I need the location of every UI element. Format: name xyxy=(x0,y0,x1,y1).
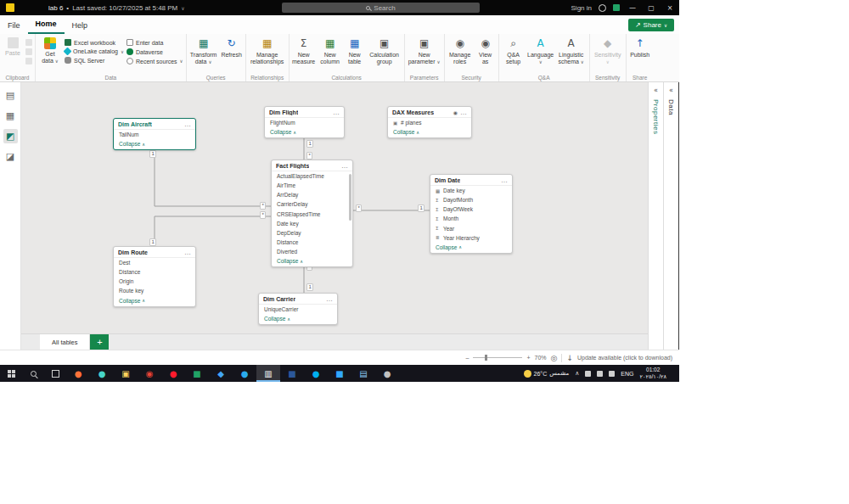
tray-expand-icon[interactable]: ∧ xyxy=(575,370,579,377)
language-indicator[interactable]: ENG xyxy=(621,371,633,377)
model-table-dim-aircraft[interactable]: Dim Aircraft … TailNum Collapse ∧ xyxy=(113,118,196,150)
taskbar-search-button[interactable] xyxy=(22,365,44,382)
chrome-taskbar-icon[interactable]: ◉ xyxy=(138,365,161,382)
more-options-icon[interactable]: … xyxy=(341,164,348,168)
properties-panel-label[interactable]: Properties xyxy=(652,99,660,134)
volume-tray-icon[interactable] xyxy=(609,371,615,377)
green-badge-icon[interactable] xyxy=(613,4,620,11)
pen-tray-icon[interactable] xyxy=(585,371,591,377)
manage-relationships-button[interactable]: ▦ Manage relationships xyxy=(249,36,286,65)
table-view-button[interactable]: ▦ xyxy=(3,109,18,123)
more-options-icon[interactable]: … xyxy=(501,178,508,182)
sensitivity-button[interactable]: ◆ Sensitivity ∨ xyxy=(593,36,623,65)
excel-workbook-button[interactable]: Excel workbook xyxy=(65,39,124,46)
get-data-button[interactable]: Get data ∨ xyxy=(38,36,62,64)
table-field-row[interactable]: ≣Year Hierarchy xyxy=(430,233,512,243)
table-field-row[interactable]: Distance xyxy=(114,267,195,277)
table-field-row[interactable]: ΣDayOfWeek xyxy=(430,204,512,214)
refresh-button[interactable]: ↻ Refresh xyxy=(221,36,243,59)
steam-taskbar-icon[interactable]: ● xyxy=(375,365,399,382)
language-button[interactable]: A Language ∨ xyxy=(528,36,554,65)
chevron-down-icon[interactable]: ∨ xyxy=(181,5,184,11)
table-field-row[interactable]: ΣMonth xyxy=(430,214,512,223)
collapse-link[interactable]: Collapse ∧ xyxy=(272,256,352,266)
all-tables-tab[interactable]: All tables xyxy=(40,334,90,350)
fit-to-screen-icon[interactable]: ◎ xyxy=(551,354,558,362)
dataverse-button[interactable]: Dataverse xyxy=(127,48,183,55)
table-field-row[interactable]: UniqueCarrier xyxy=(259,305,337,314)
telegram-taskbar-icon[interactable]: ● xyxy=(233,365,256,382)
new-measure-button[interactable]: Σ New measure xyxy=(292,36,316,65)
zoom-level[interactable]: 70% xyxy=(535,355,547,361)
table-field-row[interactable]: ΣDayofMonth xyxy=(430,195,512,204)
word-taskbar-icon[interactable]: ■ xyxy=(280,365,304,382)
copy-icon[interactable] xyxy=(25,48,32,55)
more-options-icon[interactable]: … xyxy=(326,297,333,301)
collapse-link[interactable]: Collapse ∧ xyxy=(259,314,337,324)
tab-file[interactable]: File xyxy=(0,18,28,34)
table-field-row[interactable]: AirTime xyxy=(272,181,352,190)
model-table-dim-route[interactable]: Dim Route … DestDistanceOriginRoute key … xyxy=(113,246,196,307)
start-button[interactable] xyxy=(0,365,22,382)
manage-roles-button[interactable]: ◉ Manage roles xyxy=(447,36,473,65)
share-button[interactable]: ↗ Share ∨ xyxy=(628,19,674,31)
dax-query-view-button[interactable]: ◪ xyxy=(3,149,18,164)
weather-widget[interactable]: 26°C مشمس xyxy=(524,370,570,378)
collapse-link[interactable]: Collapse ∧ xyxy=(114,139,195,149)
table-field-row[interactable]: Date key xyxy=(272,219,352,228)
onelake-catalog-button[interactable]: OneLake catalog ∨ xyxy=(65,48,124,54)
table-field-row[interactable]: FlightNum xyxy=(265,118,344,127)
vscode-taskbar-icon[interactable]: ◆ xyxy=(209,365,233,382)
table-scrollbar[interactable] xyxy=(349,174,351,221)
table-field-row[interactable]: Diverted xyxy=(272,247,352,256)
minimize-button[interactable]: — xyxy=(627,4,638,12)
data-panel-label[interactable]: Data xyxy=(667,99,675,115)
opera-taskbar-icon[interactable]: ● xyxy=(161,365,185,382)
table-field-row[interactable]: TailNum xyxy=(114,130,195,139)
table-field-row[interactable]: DepDelay xyxy=(272,228,352,238)
model-table-dim-flight[interactable]: Dim Flight … FlightNum Collapse ∧ xyxy=(264,106,345,138)
collapse-link[interactable]: Collapse ∧ xyxy=(430,243,512,253)
publish-button[interactable]: ↑ Publish xyxy=(629,36,651,59)
file-name[interactable]: lab 6 xyxy=(48,4,63,12)
view-as-button[interactable]: ◉ View as xyxy=(475,36,496,65)
table-field-row[interactable]: ▦Date key xyxy=(430,186,512,195)
collapse-link[interactable]: Collapse ∧ xyxy=(114,296,195,306)
account-avatar-icon[interactable] xyxy=(599,4,606,12)
more-options-icon[interactable]: … xyxy=(333,110,340,115)
network-tray-icon[interactable] xyxy=(597,371,603,377)
whatsapp-taskbar-icon[interactable]: ■ xyxy=(185,365,209,382)
more-options-icon[interactable]: … xyxy=(184,250,191,255)
cut-icon[interactable] xyxy=(25,39,32,46)
collapse-panel-icon[interactable]: « xyxy=(669,87,673,94)
sign-in-button[interactable]: Sign in xyxy=(571,4,592,12)
add-layout-button[interactable]: + xyxy=(90,334,109,350)
table-field-row[interactable]: ΣYear xyxy=(430,224,512,233)
powerbi-taskbar-icon[interactable]: ▥ xyxy=(256,365,280,382)
photos-taskbar-icon[interactable]: ■ xyxy=(328,365,351,382)
update-available-link[interactable]: Update available (click to download) xyxy=(577,355,672,361)
edge-taskbar-icon[interactable]: ● xyxy=(90,365,114,382)
skype-taskbar-icon[interactable]: ● xyxy=(304,365,328,382)
file-explorer-taskbar-icon[interactable]: ▣ xyxy=(114,365,138,382)
collapse-panel-icon[interactable]: « xyxy=(654,87,658,94)
model-table-dim-carrier[interactable]: Dim Carrier … UniqueCarrier Collapse ∧ xyxy=(258,293,338,325)
table-field-row[interactable]: CarrierDelay xyxy=(272,199,352,209)
model-table-dim-date[interactable]: Dim Date … ▦Date keyΣDayofMonthΣDayOfWee… xyxy=(430,174,513,254)
zoom-in-button[interactable]: + xyxy=(526,355,530,361)
model-view-button[interactable]: ◩ xyxy=(3,129,18,143)
zoom-slider[interactable] xyxy=(473,357,522,358)
table-field-row[interactable]: CRSElapsedTime xyxy=(272,210,352,219)
collapse-link[interactable]: Collapse ∧ xyxy=(265,127,344,137)
recent-sources-button[interactable]: Recent sources ∨ xyxy=(127,58,183,64)
zoom-slider-thumb[interactable] xyxy=(485,355,487,361)
new-column-button[interactable]: ▦ New column xyxy=(318,36,342,65)
taskbar-clock[interactable]: 01:02 ٢٠٢٥/١٠/٢٨ xyxy=(639,367,666,380)
table-field-row[interactable]: Route key xyxy=(114,286,195,295)
task-view-button[interactable] xyxy=(44,365,66,382)
qa-setup-button[interactable]: ⌕ Q&A setup xyxy=(502,36,526,65)
paste-button[interactable]: Paste xyxy=(3,36,23,58)
new-table-button[interactable]: ▦ New table xyxy=(345,36,365,65)
model-table-dax-measures[interactable]: DAX Measures ◉ … ▣# planes Collapse ∧ xyxy=(387,106,472,138)
table-field-row[interactable]: ArrDelay xyxy=(272,190,352,199)
